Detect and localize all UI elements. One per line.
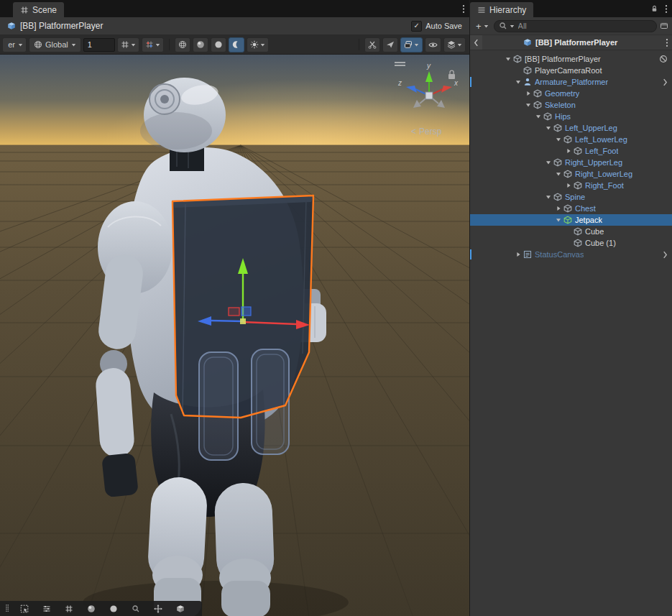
breadcrumb[interactable]: [BB] PlatformerPlayer: [20, 21, 103, 31]
expand-arrow-icon[interactable]: [553, 137, 563, 142]
chevron-right-icon[interactable]: [663, 78, 668, 86]
tree-row-statuscanvas[interactable]: StatusCanvas: [470, 249, 672, 260]
tree-row-chest[interactable]: Chest: [470, 203, 672, 214]
scene-viewport[interactable]: y x z <Persp: [0, 55, 469, 616]
search-filter-caret-icon[interactable]: [510, 24, 515, 28]
expand-arrow-icon[interactable]: [563, 148, 573, 154]
grid-snap-tool[interactable]: [61, 602, 76, 615]
tree-item-label: Left_Foot: [585, 147, 618, 155]
expand-arrow-icon[interactable]: [553, 206, 563, 211]
tab-hierarchy[interactable]: Hierarchy: [470, 2, 533, 17]
search-input[interactable]: [517, 21, 652, 31]
gizmo-plane-handle[interactable]: [229, 308, 239, 316]
orientation-dropdown[interactable]: Global: [29, 37, 81, 52]
cube-tool[interactable]: [172, 602, 188, 615]
tree-row-cube[interactable]: Cube: [470, 226, 672, 237]
window-icon[interactable]: [660, 22, 668, 30]
expand-arrow-icon[interactable]: [503, 56, 512, 62]
tree-row-spine[interactable]: Spine: [470, 191, 672, 203]
twod-view-button[interactable]: [193, 37, 208, 52]
expand-arrow-icon[interactable]: [513, 79, 523, 85]
grid-snap-dropdown[interactable]: [117, 37, 139, 52]
tree-row-left-upperleg[interactable]: Left_UpperLeg: [470, 122, 672, 134]
auto-save-toggle[interactable]: Auto Save: [411, 21, 462, 32]
tree-row-right-upperleg[interactable]: Right_UpperLeg: [470, 157, 672, 168]
tree-row-bb-platformerplayer[interactable]: [BB] PlatformerPlayer: [470, 53, 672, 65]
caret-down-icon: [484, 24, 489, 28]
tab-scene[interactable]: Scene: [13, 2, 64, 17]
hierarchy-tabbar: Hierarchy: [470, 0, 672, 17]
tree-row-left-foot[interactable]: Left_Foot: [470, 145, 672, 157]
expand-arrow-icon[interactable]: [543, 125, 553, 131]
zoom-tool[interactable]: [128, 602, 143, 615]
search-icon: [499, 22, 507, 30]
grid-size-field[interactable]: [83, 38, 115, 52]
hierarchy-search[interactable]: [494, 20, 657, 32]
expand-arrow-icon[interactable]: [533, 114, 543, 119]
snap-increment-dropdown[interactable]: [142, 37, 164, 52]
tools-overlay: [0, 601, 202, 616]
tree-item-label: Cube (1): [585, 239, 616, 247]
picking-slash-icon[interactable]: [659, 55, 668, 63]
cube-icon: [563, 204, 573, 213]
prefab-back-button[interactable]: [470, 35, 482, 50]
expand-arrow-icon[interactable]: [543, 160, 553, 165]
scene-viewport-canvas[interactable]: y x z <Persp: [0, 55, 469, 616]
eye-icon: [428, 41, 438, 49]
scene-visibility-button[interactable]: [425, 37, 441, 52]
tree-row-left-lowerleg[interactable]: Left_LowerLeg: [470, 134, 672, 145]
audio-toggle-button[interactable]: [229, 37, 244, 52]
transform-tool[interactable]: [39, 602, 54, 615]
prefab-header-kebab-icon[interactable]: [666, 38, 668, 47]
gizmo-center-cube[interactable]: [425, 92, 433, 99]
hierarchy-menu-kebab-icon[interactable]: [665, 4, 668, 14]
plane-icon: [386, 40, 395, 49]
effects-dropdown[interactable]: [247, 37, 269, 52]
tree-row-cube-1[interactable]: Cube (1): [470, 237, 672, 249]
paint-tool[interactable]: [106, 602, 121, 615]
chevron-right-icon[interactable]: [663, 251, 668, 259]
expand-arrow-icon[interactable]: [523, 102, 533, 108]
tree-row-jetpack[interactable]: Jetpack: [470, 214, 672, 226]
hierarchy-search-row: +: [470, 17, 672, 35]
lock-icon[interactable]: [650, 4, 658, 13]
tree-row-hips[interactable]: Hips: [470, 111, 672, 122]
fly-mode-button[interactable]: [382, 37, 398, 52]
caret-down-icon: [18, 43, 23, 47]
pivot-dropdown[interactable]: er: [2, 37, 27, 52]
cut-tool-button[interactable]: [364, 37, 380, 52]
avatar-icon: [523, 78, 533, 86]
sphere-tool[interactable]: [83, 602, 98, 615]
expand-arrow-icon[interactable]: [553, 217, 563, 223]
override-marker: [470, 77, 471, 87]
camera-preview-dropdown[interactable]: [400, 37, 423, 52]
expand-arrow-icon[interactable]: [543, 194, 553, 200]
move-tool[interactable]: [150, 602, 165, 615]
gizmos-dropdown[interactable]: [443, 37, 466, 52]
lighting-toggle-button[interactable]: [211, 37, 226, 52]
tree-item-label: Jetpack: [575, 216, 602, 224]
tree-row-armature-platformer[interactable]: Armature_Platformer: [470, 76, 672, 88]
tree-row-skeleton[interactable]: Skeleton: [470, 99, 672, 111]
auto-save-checkbox[interactable]: [411, 21, 422, 32]
tree-row-right-lowerleg[interactable]: Right_LowerLeg: [470, 168, 672, 180]
gizmo-plane-handle[interactable]: [241, 307, 251, 316]
cube-green-icon: [563, 216, 573, 224]
tools-overlay-grip[interactable]: [5, 604, 9, 613]
expand-arrow-icon[interactable]: [513, 252, 523, 257]
prefab-header-title: [BB] PlatformerPlayer: [535, 38, 617, 47]
expand-arrow-icon[interactable]: [523, 91, 533, 96]
draw-mode-button[interactable]: [175, 37, 190, 52]
persp-label[interactable]: <Persp: [411, 127, 442, 137]
tree-row-geometry[interactable]: Geometry: [470, 88, 672, 99]
scene-menu-kebab-icon[interactable]: [462, 4, 465, 14]
layers-icon: [447, 40, 456, 49]
tree-row-playercameraroot[interactable]: PlayerCameraRoot: [470, 65, 672, 76]
expand-arrow-icon[interactable]: [563, 183, 573, 188]
rect-select-tool[interactable]: [17, 602, 32, 615]
tree-item-label: Chest: [575, 204, 596, 213]
create-object-button[interactable]: +: [474, 20, 491, 32]
expand-arrow-icon[interactable]: [553, 171, 563, 177]
tree-row-right-foot[interactable]: Right_Foot: [470, 180, 672, 191]
gizmo-center-handle[interactable]: [240, 318, 246, 324]
